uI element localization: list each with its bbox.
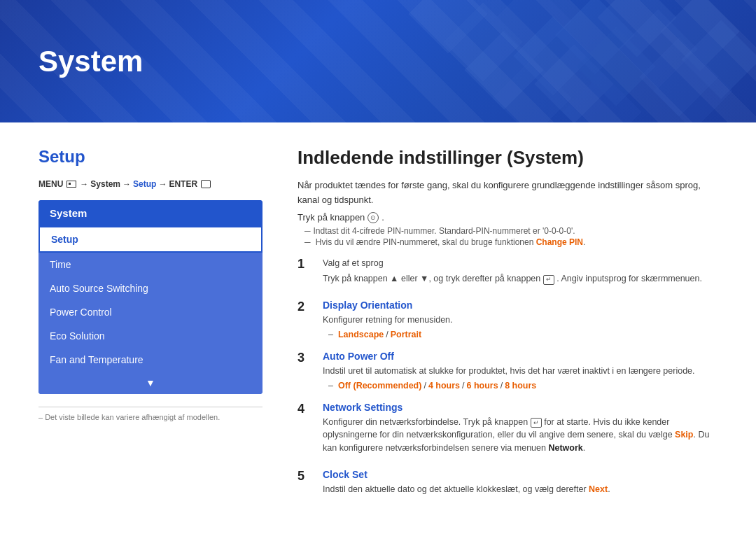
image-note: – Det viste billede kan variere afhængig… (38, 407, 262, 421)
press-text: Tryk på knappen (298, 212, 365, 223)
ok-icon: ⊙ (368, 212, 379, 223)
step-4: 4 Network Settings Konfigurer din netvær… (298, 402, 718, 458)
arrow1: → (80, 179, 88, 189)
slash3: / (462, 381, 464, 391)
pin-note2: Hvis du vil ændre PIN-nummeret, skal du … (304, 237, 718, 247)
pin-note1: Indtast dit 4-cifrede PIN-nummer. Standa… (304, 226, 718, 236)
chevron-down-icon: ▼ (146, 377, 155, 388)
step-5-text: Indstil den aktuelle dato og det aktuell… (323, 483, 718, 496)
menu-header: System (38, 200, 262, 226)
next-link: Next (589, 484, 608, 494)
slash2: / (424, 381, 426, 391)
step-3-heading: Auto Power Off (323, 351, 718, 362)
step-2-text: Konfigurer retning for menusiden. (323, 314, 718, 327)
step-4-text: Konfigurer din netværksforbindelse. Tryk… (323, 416, 718, 455)
header-banner: System (0, 0, 756, 122)
slash4: / (500, 381, 503, 391)
pin-note2-pre: Hvis du vil ændre PIN-nummeret, skal du … (316, 237, 533, 247)
step-2-heading: Display Orientation (323, 300, 718, 311)
8hours-option: 8 hours (505, 381, 536, 391)
4hours-option: 4 hours (428, 381, 460, 391)
left-column: Setup MENU → System → Setup → ENTER Syst… (38, 147, 262, 513)
step-5-content: Clock Set Indstil den aktuelle dato og d… (323, 469, 718, 499)
system-menu: System Setup Time Auto Source Switching … (38, 200, 262, 394)
section-title: Setup (38, 147, 262, 167)
page-title: System (38, 45, 143, 78)
menu-item-fan-temp[interactable]: Fan and Temperature (38, 348, 262, 372)
enter-btn-icon: ↵ (543, 275, 554, 285)
step-1-number: 1 (298, 257, 312, 272)
enter-icon (201, 180, 211, 188)
arrow2: → (122, 179, 131, 189)
step-3-text: Indstil uret til automatisk at slukke fo… (323, 365, 718, 378)
system-path: System (90, 179, 120, 189)
menu-item-power-control[interactable]: Power Control (38, 300, 262, 324)
step-3: 3 Auto Power Off Indstil uret til automa… (298, 351, 718, 391)
step-4-number: 4 (298, 402, 312, 416)
step-1: 1 Valg af et sprog Tryk på knappen ▲ ell… (298, 257, 718, 289)
menu-label: MENU (38, 179, 63, 189)
setup-path: Setup (133, 179, 156, 189)
portrait-option: Portrait (391, 330, 421, 339)
step-3-option: Off (Recommended) / 4 hours / 6 hours / … (328, 381, 718, 391)
press-button-text: Tryk på knappen ⊙ . (298, 212, 718, 223)
arrow3: → (158, 179, 167, 189)
menu-item-eco-solution[interactable]: Eco Solution (38, 324, 262, 348)
enter-label: ENTER (169, 179, 197, 189)
step-4-heading: Network Settings (323, 402, 718, 413)
main-content: Setup MENU → System → Setup → ENTER Syst… (0, 122, 756, 534)
network-link: Network (548, 443, 582, 453)
menu-item-time[interactable]: Time (38, 253, 262, 276)
content-title: Indledende indstillinger (System) (298, 147, 718, 169)
step-5-heading: Clock Set (323, 469, 718, 480)
step-4-content: Network Settings Konfigurer din netværks… (323, 402, 718, 458)
6hours-option: 6 hours (467, 381, 498, 391)
landscape-option: Landscape (338, 330, 384, 339)
step-1-text2: Tryk på knappen ▲ eller ▼, og tryk deref… (323, 272, 718, 286)
step-3-number: 3 (298, 351, 312, 365)
step-2: 2 Display Orientation Konfigurer retning… (298, 300, 718, 339)
menu-chevron-down[interactable]: ▼ (38, 372, 262, 394)
step-2-option: Landscape / Portrait (328, 330, 718, 339)
change-pin-link[interactable]: Change PIN (536, 237, 583, 247)
off-recommended-option: Off (Recommended) (338, 381, 421, 391)
menu-item-auto-source[interactable]: Auto Source Switching (38, 276, 262, 300)
decorative-pattern (266, 0, 756, 122)
slash1: / (386, 330, 388, 339)
step-3-content: Auto Power Off Indstil uret til automati… (323, 351, 718, 391)
steps-list: 1 Valg af et sprog Tryk på knappen ▲ ell… (298, 257, 718, 499)
step-5: 5 Clock Set Indstil den aktuelle dato og… (298, 469, 718, 499)
period: . (382, 212, 384, 223)
menu-icon (66, 181, 76, 188)
step-2-number: 2 (298, 300, 312, 314)
step-5-number: 5 (298, 469, 312, 484)
skip-link: Skip (675, 430, 693, 440)
menu-path: MENU → System → Setup → ENTER (38, 179, 262, 189)
step-1-text1: Valg af et sprog (323, 257, 718, 270)
right-column: Indledende indstillinger (System) Når pr… (298, 147, 718, 513)
step-2-content: Display Orientation Konfigurer retning f… (323, 300, 718, 339)
intro-text: Når produktet tændes for første gang, sk… (298, 178, 718, 208)
menu-item-setup[interactable]: Setup (38, 226, 262, 253)
enter-btn-icon2: ↵ (531, 418, 542, 428)
step-1-content: Valg af et sprog Tryk på knappen ▲ eller… (323, 257, 718, 289)
